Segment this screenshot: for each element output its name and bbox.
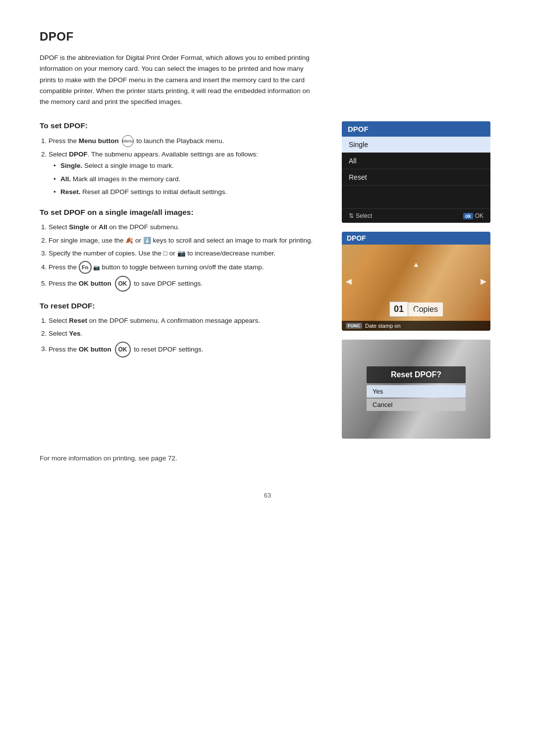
section2-steps: Select Single or All on the DPOF submenu…	[40, 222, 322, 292]
menu-item-single: Single	[342, 137, 490, 153]
footer-text: For more information on printing, see pa…	[40, 454, 495, 462]
section3-title: To reset DPOF:	[40, 302, 322, 310]
right-arrow-icon: ►	[479, 276, 488, 287]
section1-steps: Press the Menu button Menu to launch the…	[40, 135, 322, 198]
bullet-reset: Reset. Reset all DPOF settings to initia…	[54, 187, 322, 198]
step3-2: Select Yes.	[49, 328, 322, 339]
step3-1: Select Reset on the DPOF submenu. A conf…	[49, 315, 322, 326]
fn-tag-icon: 📷	[93, 263, 100, 272]
date-stamp-bar: FUNC Date stamp on	[342, 321, 490, 331]
bullet-all: All. Mark all images in the memory card.	[54, 174, 322, 185]
ok-badge: ok	[463, 213, 473, 219]
ok-text: OK	[475, 212, 483, 219]
footer-select-label: ⇅ Select	[349, 212, 372, 219]
left-arrow-icon: ◄	[344, 276, 354, 287]
page-footer: For more information on printing, see pa…	[40, 454, 495, 462]
step2-5: Press the OK button OK to save DPOF sett…	[49, 276, 322, 292]
settings-list: Single. Select a single image to mark. A…	[54, 160, 322, 199]
step2-4: Press the Fn 📷 button to toggle between …	[49, 261, 322, 274]
func-badge: FUNC	[346, 323, 362, 329]
reset-dpof-label: Reset DPOF?	[367, 366, 466, 383]
down-arrow-icon: ▼	[413, 307, 420, 315]
menu-button-label: Menu button	[79, 137, 119, 145]
dpof-menu-header: DPOF	[342, 121, 490, 137]
up-arrow-icon: ▲	[413, 260, 420, 268]
step2-2: For single image, use the 🍂 or ⬇️ keys t…	[49, 235, 322, 246]
section1-title: To set DPOF:	[40, 121, 322, 130]
dpof-menu-footer: ⇅ Select ok OK	[342, 208, 490, 223]
ok-button-icon: OK	[115, 276, 131, 292]
reset-option-yes: Yes	[367, 385, 466, 398]
up-down-arrows-icon: ⇅	[349, 212, 354, 219]
bullet-single: Single. Select a single image to mark.	[54, 160, 322, 172]
right-column: DPOF Single All Reset ⇅ Select ok OK DPO…	[342, 121, 495, 439]
section-set-dpof-single: To set DPOF on a single image/all images…	[40, 208, 322, 292]
step-2: Select DPOF. The submenu appears. Availa…	[49, 149, 322, 198]
camera-screen-copies: DPOF ◄ ► ▲ 01 Copies ▼ FUNC Date stamp o…	[342, 232, 490, 331]
menu-button-icon: Menu	[122, 135, 134, 147]
intro-paragraph: DPOF is the abbreviation for Digital Pri…	[40, 52, 317, 107]
reset-dialog: Reset DPOF? Yes Cancel	[367, 366, 466, 412]
step2-3: Specify the number of copies. Use the □ …	[49, 248, 322, 259]
left-column: To set DPOF: Press the Menu button Menu …	[40, 121, 322, 367]
main-content: To set DPOF: Press the Menu button Menu …	[40, 121, 495, 439]
footer-ok-label: ok OK	[463, 212, 483, 219]
step-1: Press the Menu button Menu to launch the…	[49, 135, 322, 147]
ok-button-icon-2: OK	[115, 342, 131, 357]
step2-1: Select Single or All on the DPOF submenu…	[49, 222, 322, 233]
menu-item-all: All	[342, 153, 490, 169]
dpof-label: DPOF	[69, 151, 88, 158]
reset-option-cancel: Cancel	[367, 399, 466, 411]
page-number: 63	[40, 492, 495, 499]
section-set-dpof: To set DPOF: Press the Menu button Menu …	[40, 121, 322, 198]
section3-steps: Select Reset on the DPOF submenu. A conf…	[40, 315, 322, 357]
select-text: Select	[356, 212, 372, 219]
step3-3: Press the OK button OK to reset DPOF set…	[49, 342, 322, 357]
dpof-menu-screen: DPOF Single All Reset ⇅ Select ok OK	[342, 121, 490, 223]
camera-screen-reset: Reset DPOF? Yes Cancel	[342, 340, 490, 439]
section2-title: To set DPOF on a single image/all images…	[40, 208, 322, 217]
fn-circle-icon: Fn	[79, 261, 92, 274]
date-stamp-text: Date stamp on	[365, 323, 401, 329]
camera-screen1-header: DPOF	[342, 232, 490, 245]
section-reset-dpof: To reset DPOF: Select Reset on the DPOF …	[40, 302, 322, 357]
copies-value: 01	[389, 302, 408, 317]
fn-button: Fn 📷	[79, 261, 100, 274]
page-title: DPOF	[40, 30, 495, 44]
menu-item-reset: Reset	[342, 169, 490, 186]
